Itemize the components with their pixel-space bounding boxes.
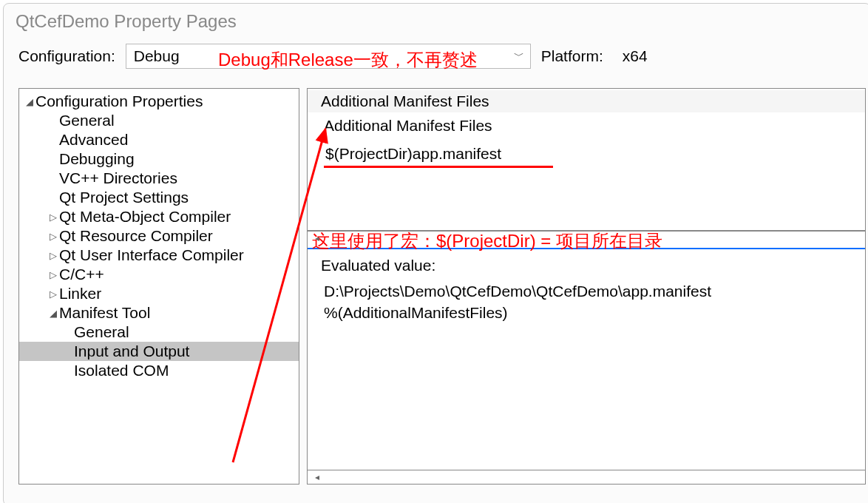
evaluated-value: D:\Projects\Demo\QtCefDemo\QtCefDemo\app… (321, 280, 852, 324)
tree-item-qt-project[interactable]: Qt Project Settings (19, 188, 299, 207)
tree-item-mt-isolated[interactable]: Isolated COM (19, 361, 299, 380)
expander-icon[interactable]: ▷ (47, 250, 59, 261)
tree-item-label: Linker (59, 285, 101, 303)
tree-item-label: Qt Project Settings (59, 189, 189, 206)
tree-item-label: Debugging (59, 150, 135, 168)
tree-item-label: Isolated COM (74, 362, 169, 379)
property-detail-panel: Additional Manifest Files Additional Man… (307, 88, 866, 485)
tree-item-label: Qt User Interface Compiler (59, 246, 244, 264)
tree-item-mt-general[interactable]: General (19, 323, 299, 342)
tree-item-debugging[interactable]: Debugging (19, 149, 299, 169)
tree-item-label: General (74, 323, 129, 341)
window-title: QtCefDemo Property Pages (4, 4, 868, 38)
expander-icon[interactable]: ▷ (47, 269, 59, 280)
tree-item-label: Manifest Tool (59, 304, 150, 322)
expander-icon[interactable]: ▷ (47, 288, 59, 300)
expander-icon[interactable]: ▷ (47, 231, 59, 242)
expander-icon[interactable]: ◢ (47, 308, 59, 319)
property-pages-window: QtCefDemo Property Pages Debug和Release一致… (3, 3, 868, 503)
configuration-value: Debug (134, 47, 180, 65)
platform-value: x64 (623, 47, 648, 65)
platform-label: Platform: (541, 47, 603, 65)
tree-item-label: VC++ Directories (59, 169, 177, 187)
tree-item-qt-moc[interactable]: ▷ Qt Meta-Object Compiler (19, 207, 299, 226)
manifest-files-input[interactable] (324, 141, 553, 168)
tree-item-mt-io[interactable]: Input and Output (19, 342, 299, 361)
tree-item-label: Qt Meta-Object Compiler (59, 208, 231, 226)
main-area: ◢ Configuration Properties General Advan… (4, 79, 868, 485)
property-header: Additional Manifest Files (308, 90, 865, 112)
tree-root-label: Configuration Properties (35, 92, 203, 110)
configuration-label: Configuration: (18, 47, 115, 65)
tree-item-ccpp[interactable]: ▷ C/C++ (19, 265, 299, 284)
tree-item-advanced[interactable]: Advanced (19, 130, 299, 149)
tree-item-general[interactable]: General (19, 111, 299, 130)
tree-item-qt-uic[interactable]: ▷ Qt User Interface Compiler (19, 246, 299, 265)
tree-item-label: Input and Output (74, 342, 189, 360)
tree-item-label: General (59, 112, 115, 129)
tree-item-label: C/C++ (59, 266, 104, 283)
tree-item-vcdirs[interactable]: VC++ Directories (19, 169, 299, 188)
tree-root[interactable]: ◢ Configuration Properties (19, 92, 299, 111)
property-name: Additional Manifest Files (308, 112, 865, 141)
tree-item-manifest-tool[interactable]: ◢ Manifest Tool (19, 303, 299, 323)
evaluated-label: Evaluated value: (321, 257, 852, 274)
expander-icon[interactable]: ▷ (47, 212, 59, 223)
expander-icon[interactable]: ◢ (24, 96, 35, 107)
tree-item-label: Advanced (59, 131, 128, 149)
tree-item-linker[interactable]: ▷ Linker (19, 284, 299, 303)
annotation-macro: 这里使用了宏：$(ProjectDir) = 项目所在目录 (312, 229, 662, 253)
annotation-top: Debug和Release一致，不再赘述 (218, 48, 478, 72)
config-tree[interactable]: ◢ Configuration Properties General Advan… (18, 88, 299, 485)
chevron-down-icon: ﹀ (514, 50, 524, 63)
tree-item-label: Qt Resource Compiler (59, 227, 213, 245)
scroll-left-icon[interactable]: ◂ (315, 472, 319, 482)
tree-item-qt-rcc[interactable]: ▷ Qt Resource Compiler (19, 226, 299, 246)
evaluated-section: Evaluated value: D:\Projects\Demo\QtCefD… (308, 248, 865, 331)
